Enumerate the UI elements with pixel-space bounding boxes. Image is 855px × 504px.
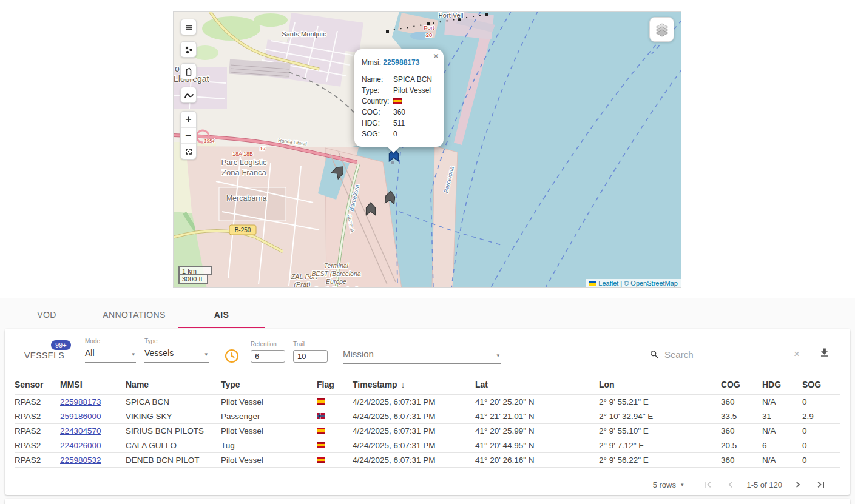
cell-hdg: N/A (762, 453, 802, 468)
type-select[interactable]: Type Vessels ▾ (144, 338, 209, 363)
trail-input[interactable] (293, 350, 328, 363)
zoom-out-button[interactable]: − (181, 127, 196, 143)
mission-placeholder: Mission (343, 349, 374, 359)
layers-button[interactable] (649, 17, 674, 42)
osm-link[interactable]: © OpenStreetMap (624, 280, 678, 287)
clock-icon (225, 349, 239, 363)
cell-flag (317, 409, 353, 424)
cell-timestamp: 4/24/2025, 6:07:31 PM (353, 438, 475, 453)
download-button[interactable] (819, 347, 830, 361)
scale-control: 1 km 3000 ft (178, 266, 212, 284)
cell-sog: 0 (802, 453, 840, 468)
mmsi-link[interactable]: 224026000 (60, 441, 101, 450)
map-label-mercabarna: Mercabarna (226, 194, 267, 203)
next-page-button[interactable] (791, 477, 805, 492)
clear-search-icon[interactable]: × (794, 348, 800, 360)
cell-mmsi: 225988173 (60, 395, 126, 409)
mmsi-link[interactable]: 259186000 (60, 412, 101, 421)
cell-sog: 0 (802, 424, 840, 438)
chevron-right-icon (792, 479, 804, 491)
table-row: RPAS2 224304570 SIRIUS BCN PILOTS Pilot … (15, 424, 840, 438)
zoom-in-button[interactable]: + (181, 112, 196, 127)
map-attribution: Leaflet | © OpenStreetMap (586, 279, 681, 287)
scribble-icon (183, 90, 194, 100)
map-label-port-ref-20: 20 (426, 32, 433, 38)
popup-mmsi-link[interactable]: 225988173 (383, 58, 419, 67)
col-mmsi[interactable]: MMSI (60, 377, 126, 395)
col-timestamp[interactable]: Timestamp↓ (353, 377, 475, 395)
cluster-dots-icon (184, 45, 194, 55)
cell-hdg: N/A (762, 395, 802, 409)
col-hdg[interactable]: HDG (762, 377, 802, 395)
cell-cog: 360 (721, 395, 762, 409)
vessel-table: Sensor MMSI Name Type Flag Timestamp↓ La… (15, 377, 840, 468)
col-cog[interactable]: COG (721, 377, 762, 395)
map-label-sants: Sants-Montjuïc (282, 30, 326, 38)
mmsi-link[interactable]: 224304570 (60, 426, 101, 435)
last-page-button[interactable] (814, 477, 828, 492)
fullscreen-icon (184, 147, 194, 156)
table-row: RPAS2 259186000 VIKING SKY Passenger 4/2… (15, 409, 840, 424)
popup-cog-label: COG: (362, 108, 393, 116)
retention-clock-button[interactable] (225, 349, 239, 366)
col-name[interactable]: Name (126, 377, 221, 395)
retention-input[interactable] (251, 350, 285, 363)
chevron-down-icon: ▾ (681, 482, 684, 488)
map-label-parc-2: Zona Franca (221, 168, 266, 177)
col-sensor-label: Sensor (15, 380, 43, 389)
tab-annotations[interactable]: ANNOTATIONS (90, 301, 178, 328)
map-label-terminal-1: Terminal (324, 262, 349, 269)
prev-page-button[interactable] (723, 477, 738, 492)
cell-timestamp: 4/24/2025, 6:07:31 PM (353, 424, 475, 438)
mmsi-link[interactable]: 225988173 (60, 397, 101, 406)
col-sensor[interactable]: Sensor (15, 377, 60, 395)
popup-close-icon[interactable]: × (433, 52, 439, 61)
col-flag[interactable]: Flag (317, 377, 353, 395)
type-label: Type (144, 338, 209, 344)
trail-draw-button[interactable] (180, 87, 197, 103)
tab-ais[interactable]: AIS (178, 301, 265, 328)
scale-metric: 1 km (178, 266, 212, 275)
retention-label: Retention (251, 341, 285, 348)
col-lat[interactable]: Lat (475, 377, 599, 395)
cell-lon: 2° 9' 56.22" E (599, 453, 721, 468)
cell-hdg: 31 (762, 409, 802, 424)
trail-label: Trail (293, 341, 328, 348)
menu-button[interactable] (180, 19, 197, 35)
next-panel-edge (5, 499, 850, 504)
cluster-toggle-button[interactable] (180, 41, 197, 58)
popup-hdg-value: 511 (393, 119, 405, 127)
col-type[interactable]: Type (221, 377, 317, 395)
map-section: Sants-Montjuïc Port Vell Port 20 o let L… (0, 0, 855, 298)
mmsi-link[interactable]: 225980532 (60, 455, 101, 465)
tab-vod[interactable]: VOD (3, 301, 90, 328)
cell-flag (317, 438, 353, 453)
col-sog-label: SOG (802, 380, 821, 389)
fullscreen-button[interactable] (181, 143, 196, 159)
popup-row-sog: SOG: 0 (362, 129, 439, 139)
popup-mmsi-line: Mmsi: 225988173 (362, 58, 439, 67)
tab-annotations-label: ANNOTATIONS (103, 310, 165, 320)
mode-select[interactable]: Mode All ▾ (85, 338, 136, 363)
map[interactable]: Sants-Montjuïc Port Vell Port 20 o let L… (173, 11, 681, 288)
cell-sensor: RPAS2 (15, 395, 60, 409)
popup-type-value: Pilot Vessel (393, 86, 431, 95)
col-timestamp-label: Timestamp (353, 380, 397, 389)
last-page-icon (815, 479, 827, 491)
leaflet-link[interactable]: Leaflet (598, 280, 618, 287)
col-lon[interactable]: Lon (599, 377, 721, 395)
col-sog[interactable]: SOG (802, 377, 840, 395)
shape-tool-button[interactable] (180, 63, 197, 79)
map-label-port-ref: Port (424, 24, 434, 31)
search-input[interactable] (664, 349, 794, 360)
rows-per-page-select[interactable]: 5 rows ▾ (653, 480, 684, 489)
app-root: Sants-Montjuïc Port Vell Port 20 o let L… (0, 0, 855, 504)
popup-mmsi-label: Mmsi: (362, 58, 381, 67)
cell-name: SPICA BCN (126, 395, 221, 409)
cell-sensor: RPAS2 (15, 424, 60, 438)
table-row: RPAS2 225980532 DENEB BCN PILOT Pilot Ve… (15, 453, 840, 468)
mission-select[interactable]: Mission ▾ (343, 340, 501, 364)
table-header-row: Sensor MMSI Name Type Flag Timestamp↓ La… (15, 377, 840, 395)
first-page-button[interactable] (700, 477, 715, 492)
cell-timestamp: 4/24/2025, 6:07:31 PM (353, 453, 475, 468)
